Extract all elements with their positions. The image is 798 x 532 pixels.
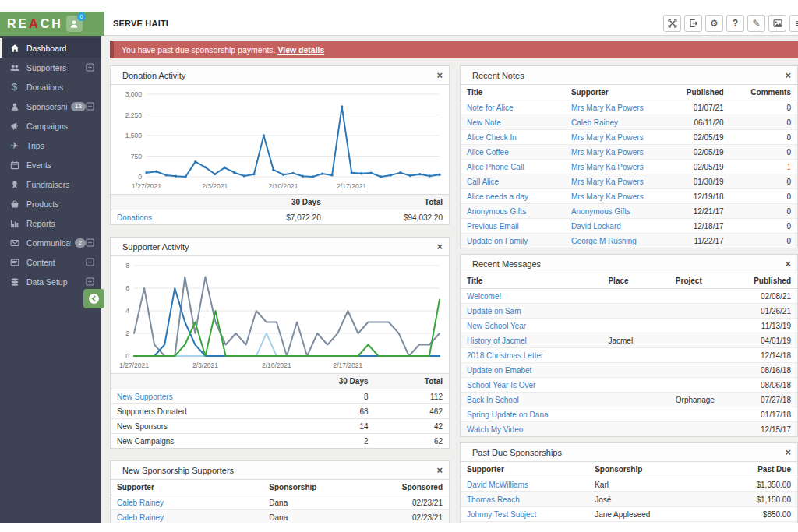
view-details-link[interactable]: View details [277, 45, 324, 55]
cell-link[interactable]: Anonymous Gifts [571, 207, 630, 216]
panel-title: Recent Messages [472, 259, 541, 269]
cell-link[interactable]: Watch My Video [467, 425, 523, 434]
cell-link[interactable]: Update on Emabet [467, 366, 531, 375]
app-logo[interactable]: REACH 0 [0, 12, 104, 36]
user-avatar-icon[interactable]: 0 [66, 16, 83, 32]
panel-title: New Sponsorship Supporters [122, 466, 234, 475]
expand-icon[interactable] [86, 277, 94, 286]
close-panel-button[interactable]: × [785, 447, 791, 457]
cell-link[interactable]: Mrs Mary Ka Powers [571, 133, 644, 142]
cell-link[interactable]: Previous Email [467, 222, 519, 231]
edit-button[interactable]: ✎ [747, 15, 765, 32]
cell-link[interactable]: Donations [117, 213, 152, 222]
cell-link[interactable]: New School Year [467, 322, 526, 330]
cell-link[interactable]: Mrs Mary Ka Powers [571, 163, 644, 171]
column-header: Title [461, 85, 565, 100]
megaphone-icon [2, 122, 26, 131]
sidebar-item-label: Products [26, 199, 58, 209]
table-row: Alice needs a dayMrs Mary Ka Powers12/19… [461, 189, 797, 204]
column-header: Total [375, 374, 449, 389]
sidebar-item-donations[interactable]: $Donations [0, 77, 101, 97]
cell-link[interactable]: Alice Coffee [467, 148, 509, 157]
chevron-left-icon [88, 293, 100, 305]
table-row: Call AliceMrs Mary Ka Powers01/30/190 [461, 174, 797, 189]
donation-activity-chart: 07501,5002,2503,0001/27/20212/3/20212/10… [111, 85, 449, 194]
cell-link[interactable]: Caleb Rainey [571, 118, 618, 127]
svg-text:4: 4 [125, 307, 129, 315]
cell-link[interactable]: Spring Update on Dana [467, 410, 549, 419]
new-sponsorship-table: SupporterSponsorshipSponsoredCaleb Raine… [111, 480, 449, 523]
panel-new-sponsorship-supporters: New Sponsorship Supporters × SupporterSp… [110, 460, 450, 523]
svg-text:2: 2 [125, 329, 129, 337]
sidebar-item-content[interactable]: Content [0, 252, 101, 272]
cell-link[interactable]: Welcome! [467, 292, 501, 301]
chart-icon [2, 219, 26, 228]
close-panel-button[interactable]: × [785, 70, 791, 80]
cell-link[interactable]: Call Alice [467, 178, 499, 186]
cell-link[interactable]: New Note [467, 118, 501, 127]
cell-link[interactable]: Anonymous Gifts [467, 207, 526, 216]
svg-text:0: 0 [125, 352, 129, 360]
cell-link[interactable]: Caleb Rainey [117, 513, 164, 522]
cell-link[interactable]: Update on Family [467, 237, 528, 245]
cell-link[interactable]: History of Jacmel [467, 336, 527, 345]
right-column: Recent Notes × TitleSupporterPublishedCo… [460, 65, 798, 523]
sidebar-item-products[interactable]: Products [0, 194, 101, 213]
cell-link[interactable]: David Lockard [571, 222, 621, 231]
sidebar-item-supporters[interactable]: Supporters [0, 58, 101, 77]
table-row: David McWilliamsKarl$1,350.00 [461, 477, 797, 492]
cell-link[interactable]: Back In School [467, 396, 519, 404]
sign-out-button[interactable] [684, 15, 702, 32]
settings-button[interactable]: ⚙ [705, 15, 723, 32]
cell-link[interactable]: Johnny Test Subject [467, 510, 536, 519]
ribbon-icon [2, 180, 26, 189]
close-panel-button[interactable]: × [436, 465, 443, 475]
column-header: Sponsored [371, 480, 449, 495]
column-header: Sponsorship [588, 462, 713, 477]
cell-link[interactable]: Alice needs a day [467, 192, 528, 201]
cell-link[interactable]: Alice Phone Call [467, 163, 524, 171]
sidebar-item-trips[interactable]: ✈Trips [0, 136, 101, 155]
column-header: Past Due [713, 462, 797, 477]
expand-icon[interactable] [86, 238, 94, 247]
sidebar-item-fundraisers[interactable]: Fundraisers [0, 174, 101, 194]
media-button[interactable] [768, 15, 786, 32]
close-panel-button[interactable]: × [436, 70, 443, 80]
sidebar-item-sponsorships[interactable]: Sponsorships13 [0, 97, 101, 116]
expand-icon[interactable] [86, 102, 94, 111]
close-panel-button[interactable]: × [436, 241, 443, 252]
sidebar-collapse-button[interactable] [83, 289, 104, 308]
cell-link[interactable]: 2018 Christmas Letter [467, 351, 543, 360]
fullscreen-button[interactable] [663, 15, 681, 32]
cell-link[interactable]: Mrs Mary Ka Powers [571, 104, 644, 112]
cell-link[interactable]: Mrs Mary Ka Powers [571, 192, 644, 201]
sidebar-item-dashboard[interactable]: Dashboard [0, 38, 101, 58]
sidebar-item-events[interactable]: Events [0, 155, 101, 174]
logo-text: REACH [7, 18, 63, 30]
help-button[interactable]: ? [726, 15, 744, 32]
cell-link[interactable]: Mrs Mary Ka Powers [571, 148, 644, 157]
settings-icon: ⚙ [710, 19, 719, 28]
cell-link[interactable]: George M Rushing [571, 237, 637, 245]
cell-link[interactable]: Alice Check In [467, 133, 517, 142]
sidebar-item-campaigns[interactable]: Campaigns [0, 116, 101, 136]
cell-link[interactable]: Note for Alice [467, 104, 513, 112]
table-row: Caleb RaineyDana02/23/21 [111, 495, 449, 510]
cell-link[interactable]: New Supporters [117, 393, 173, 401]
cell-link[interactable]: Update on Sam [467, 307, 521, 315]
sidebar-item-communication[interactable]: Communication2 [0, 233, 101, 252]
cell-link[interactable]: Mrs Mary Ka Powers [571, 178, 644, 186]
plane-icon: ✈ [2, 141, 26, 150]
table-row: Watch My Video12/15/17 [461, 422, 797, 437]
cell-link[interactable]: David McWilliams [467, 481, 528, 489]
sidebar-item-reports[interactable]: Reports [0, 213, 101, 233]
cell-link[interactable]: Caleb Rainey [117, 499, 164, 507]
expand-icon[interactable] [86, 63, 94, 72]
cell-link[interactable]: Thomas Reach [467, 495, 520, 504]
user-icon [2, 102, 26, 111]
donation-summary-table: 30 DaysTotalDonations$7,072.20$94,032.20 [111, 194, 449, 224]
cell-link[interactable]: School Year Is Over [467, 381, 535, 389]
menu-button[interactable]: ≡ [789, 15, 798, 32]
expand-icon[interactable] [86, 258, 94, 266]
close-panel-button[interactable]: × [785, 259, 791, 269]
